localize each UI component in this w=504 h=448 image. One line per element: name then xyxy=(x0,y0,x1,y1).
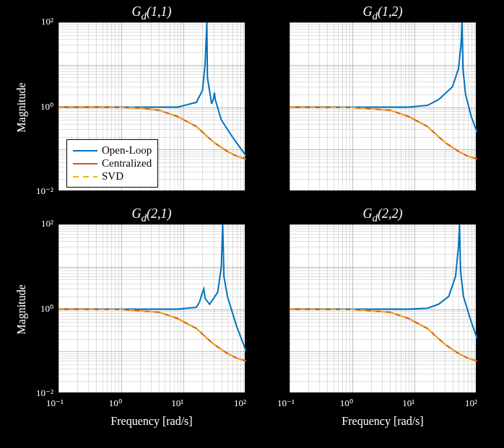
legend-swatch-centralized xyxy=(73,159,97,169)
ylabel-top: Magnitude xyxy=(15,79,28,136)
xtick: 10⁰ xyxy=(109,398,122,409)
xtick: 10¹ xyxy=(171,398,183,409)
ytick: 10² xyxy=(41,16,53,27)
series-centralized xyxy=(58,309,246,361)
panel-title-22: Gd(2,2) xyxy=(289,206,477,224)
legend-item-svd: SVD xyxy=(73,170,152,183)
xlabel-right: Frequency [rad/s] xyxy=(289,415,477,428)
ytick: 10⁰ xyxy=(40,101,53,113)
xtick: 10² xyxy=(465,398,477,409)
legend-item-open-loop: Open-Loop xyxy=(73,144,152,157)
legend: Open-Loop Centralized SVD xyxy=(66,139,158,188)
series-open-loop xyxy=(58,22,246,156)
xlabel-left: Frequency [rad/s] xyxy=(58,415,246,428)
legend-swatch-svd xyxy=(73,172,97,182)
ylabel-bottom: Magnitude xyxy=(15,281,28,338)
panel-title-21: Gd(2,1) xyxy=(58,206,246,224)
xtick: 10² xyxy=(234,398,246,409)
series-svd xyxy=(290,107,477,159)
panel-title-11: Gd(1,1) xyxy=(58,4,246,22)
legend-swatch-open-loop xyxy=(73,146,97,156)
panel-gd22 xyxy=(289,224,477,393)
legend-label-centralized: Centralized xyxy=(102,157,152,170)
series-centralized xyxy=(290,107,477,159)
legend-item-centralized: Centralized xyxy=(73,157,152,170)
series-open-loop xyxy=(290,22,477,133)
series-svd xyxy=(58,309,246,361)
legend-label-open-loop: Open-Loop xyxy=(102,144,152,157)
xtick: 10⁰ xyxy=(340,398,353,409)
series-open-loop xyxy=(290,224,477,339)
series-centralized xyxy=(290,309,477,361)
series-open-loop xyxy=(58,224,246,351)
ytick: 10⁻² xyxy=(36,185,53,197)
series-svd xyxy=(290,309,477,361)
ytick: 10⁰ xyxy=(40,303,53,315)
panel-title-12: Gd(1,2) xyxy=(289,4,477,22)
xtick: 10¹ xyxy=(402,398,414,409)
ytick: 10² xyxy=(41,218,53,229)
xtick: 10⁻¹ xyxy=(277,398,295,409)
figure-root: Gd(1,1) Gd(1,2) Gd(2,1) Gd(2,2) Magnitud… xyxy=(0,0,504,448)
panel-gd21 xyxy=(58,224,246,393)
legend-label-svd: SVD xyxy=(102,170,123,183)
xtick: 10⁻¹ xyxy=(46,398,64,409)
panel-gd12 xyxy=(289,22,477,191)
